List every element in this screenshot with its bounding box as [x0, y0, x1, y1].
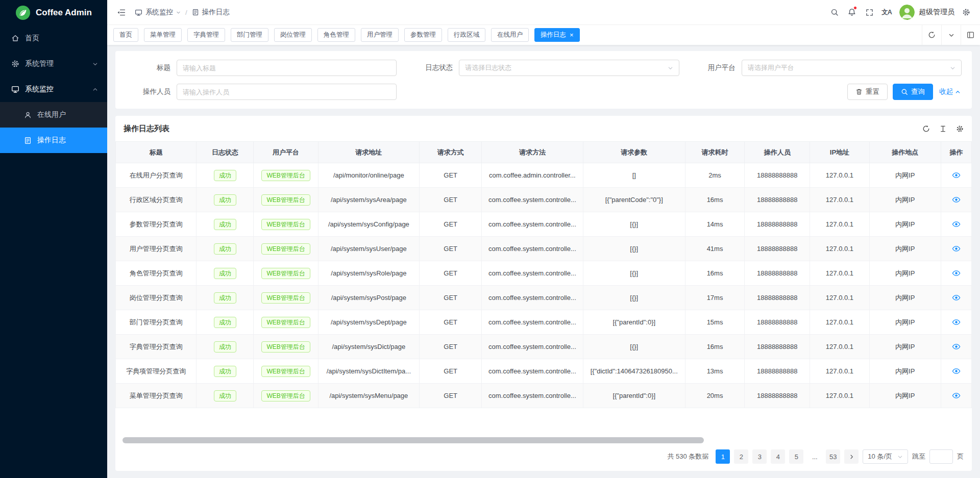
tab[interactable]: 参数管理: [404, 28, 442, 42]
tab[interactable]: 在线用户: [491, 28, 529, 42]
eye-icon[interactable]: [952, 391, 961, 400]
horizontal-scrollbar-thumb[interactable]: [122, 437, 704, 443]
page-button[interactable]: 4: [771, 449, 785, 464]
sidebar-item-operation-log[interactable]: 操作日志: [0, 128, 107, 153]
tab[interactable]: 岗位管理: [274, 28, 312, 42]
chevron-down-icon: [92, 61, 98, 67]
avatar[interactable]: [899, 5, 915, 20]
translate-icon[interactable]: 文A: [879, 5, 894, 20]
cell-platform: WEB管理后台: [254, 335, 318, 359]
jump-page-input[interactable]: [929, 449, 953, 464]
table-row: 用户管理分页查询 成功 WEB管理后台 /api/system/sysUser/…: [116, 237, 972, 261]
tab[interactable]: 操作日志 ×: [534, 28, 580, 42]
cell-location: 内网IP: [869, 286, 941, 310]
page-button[interactable]: 2: [734, 449, 748, 464]
trash-icon: [855, 88, 863, 95]
log-status-label: 日志状态: [408, 63, 459, 72]
eye-icon[interactable]: [952, 171, 961, 180]
sidebar-item-online-users[interactable]: 在线用户: [0, 102, 107, 128]
page-button[interactable]: 3: [752, 449, 767, 464]
sidebar-item-system-mgmt[interactable]: 系统管理: [0, 51, 107, 77]
cell-platform: WEB管理后台: [254, 310, 318, 335]
page-button[interactable]: 5: [789, 449, 803, 464]
eye-icon[interactable]: [952, 244, 961, 253]
tab[interactable]: 首页: [113, 28, 138, 42]
cell-ip: 127.0.0.1: [810, 384, 869, 408]
status-badge: 成功: [214, 341, 236, 353]
cell-action: [941, 359, 971, 384]
collapse-filter-button[interactable]: 收起: [938, 87, 962, 96]
page-button[interactable]: 53: [826, 449, 840, 464]
title-input[interactable]: [177, 60, 397, 76]
cell-location: 内网IP: [869, 212, 941, 237]
platform-badge: WEB管理后台: [261, 292, 310, 304]
column-settings-gear-icon[interactable]: [956, 125, 964, 133]
eye-icon[interactable]: [952, 367, 961, 375]
sidebar-item-home[interactable]: 首页: [0, 26, 107, 51]
settings-gear-icon[interactable]: [959, 5, 974, 20]
page-number: ...: [812, 453, 818, 461]
refresh-icon[interactable]: [922, 125, 930, 133]
cell-platform: WEB管理后台: [254, 237, 318, 261]
tab[interactable]: 部门管理: [231, 28, 268, 42]
page-button[interactable]: ...: [807, 449, 822, 464]
cell-request-method: GET: [420, 384, 482, 408]
username[interactable]: 超级管理员: [919, 8, 954, 17]
refresh-icon[interactable]: [922, 25, 941, 45]
page-size-select[interactable]: 10 条/页: [863, 449, 908, 464]
next-page-button[interactable]: [844, 449, 859, 464]
topbar-actions: 文A 超级管理员: [827, 5, 974, 20]
cell-location: 内网IP: [869, 163, 941, 188]
operator-input[interactable]: [177, 84, 397, 100]
eye-icon[interactable]: [952, 318, 961, 326]
platform-badge: WEB管理后台: [261, 268, 310, 279]
cell-title: 部门管理分页查询: [116, 310, 197, 335]
cell-request-url: /api/system/sysPost/page: [318, 286, 419, 310]
cell-request-params: [{"dictId":140647326180950...: [583, 359, 685, 384]
cell-request-url: /api/system/sysRole/page: [318, 261, 419, 286]
tab[interactable]: 角色管理: [317, 28, 355, 42]
cell-action: [941, 286, 971, 310]
log-status-select[interactable]: 请选择日志状态: [459, 60, 679, 76]
status-badge: 成功: [214, 194, 236, 206]
tab[interactable]: 用户管理: [361, 28, 399, 42]
density-icon[interactable]: [939, 125, 947, 133]
breadcrumb-label: 操作日志: [202, 8, 230, 17]
tab[interactable]: 字典管理: [187, 28, 225, 42]
search-icon[interactable]: [827, 5, 842, 20]
eye-icon[interactable]: [952, 220, 961, 229]
sidebar-collapse-icon[interactable]: [113, 5, 129, 20]
page-number: 3: [758, 453, 762, 461]
bell-icon[interactable]: [844, 5, 860, 20]
tab-close-icon[interactable]: ×: [570, 32, 574, 38]
eye-icon[interactable]: [952, 342, 961, 351]
tab[interactable]: 行政区域: [448, 28, 485, 42]
chevron-down-icon[interactable]: [941, 25, 961, 45]
platform-badge: WEB管理后台: [261, 170, 310, 181]
eye-icon[interactable]: [952, 195, 961, 204]
eye-icon[interactable]: [952, 293, 961, 302]
cell-request-duration: 41ms: [685, 237, 744, 261]
cell-location: 内网IP: [869, 359, 941, 384]
reset-button[interactable]: 重置: [847, 84, 888, 100]
layout-icon[interactable]: [961, 25, 980, 45]
sidebar-item-system-monitor[interactable]: 系统监控: [0, 77, 107, 102]
search-button[interactable]: 查询: [893, 84, 933, 100]
table-toolbar: [922, 125, 964, 133]
tab-label: 岗位管理: [280, 31, 306, 39]
reset-label: 重置: [866, 87, 879, 96]
fullscreen-icon[interactable]: [862, 5, 877, 20]
platform-select[interactable]: 请选择用户平台: [742, 60, 962, 76]
column-header: 请求耗时: [685, 142, 744, 163]
page-button[interactable]: 1: [716, 449, 730, 464]
column-header: 请求方法: [482, 142, 583, 163]
gear-icon: [11, 60, 19, 68]
breadcrumb-system-monitor[interactable]: 系统监控: [135, 8, 181, 17]
table-row: 部门管理分页查询 成功 WEB管理后台 /api/system/sysDept/…: [116, 310, 972, 335]
cell-request-url: /api/system/sysConfig/page: [318, 212, 419, 237]
platform-badge: WEB管理后台: [261, 341, 310, 353]
eye-icon[interactable]: [952, 269, 961, 278]
cell-operator: 18888888888: [745, 163, 810, 188]
tab[interactable]: 菜单管理: [144, 28, 182, 42]
cell-ip: 127.0.0.1: [810, 310, 869, 335]
